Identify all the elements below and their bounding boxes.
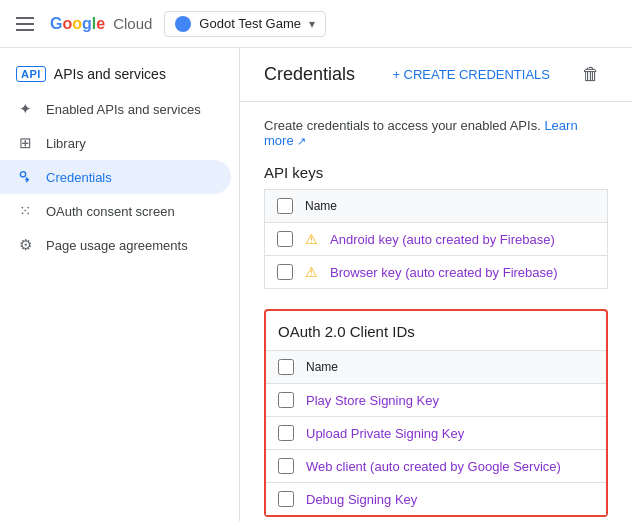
oauth-select-all-checkbox[interactable] — [278, 359, 294, 375]
create-credentials-label: + CREATE CREDENTIALS — [392, 67, 550, 82]
api-keys-table-header: Name — [264, 189, 608, 222]
play-store-signing-key-link[interactable]: Play Store Signing Key — [306, 393, 439, 408]
web-client-checkbox[interactable] — [278, 458, 294, 474]
project-dot-icon — [175, 16, 191, 32]
hamburger-icon[interactable] — [12, 13, 38, 35]
warning-icon: ⚠ — [305, 231, 318, 247]
sidebar-label-credentials: Credentials — [46, 170, 112, 185]
warning-icon: ⚠ — [305, 264, 318, 280]
delete-icon: 🗑 — [582, 64, 600, 84]
table-row: Upload Private Signing Key — [266, 417, 606, 450]
oauth-consent-icon: ⁙ — [16, 202, 34, 220]
delete-button[interactable]: 🗑 — [574, 60, 608, 89]
browser-key-checkbox[interactable] — [277, 264, 293, 280]
sidebar-item-credentials[interactable]: Credentials — [0, 160, 231, 194]
sidebar-label-enabled-apis: Enabled APIs and services — [46, 102, 201, 117]
external-link-icon: ↗ — [297, 135, 306, 147]
table-row: Play Store Signing Key — [266, 384, 606, 417]
api-keys-title: API keys — [264, 164, 608, 181]
oauth-col-name: Name — [306, 360, 338, 374]
api-keys-table: Name ⚠ Android key (auto created by Fire… — [264, 189, 608, 289]
sidebar-label-oauth-consent: OAuth consent screen — [46, 204, 175, 219]
content-body: Create credentials to access your enable… — [240, 102, 632, 521]
web-client-link[interactable]: Web client (auto created by Google Servi… — [306, 459, 561, 474]
sidebar-item-library[interactable]: ⊞ Library — [0, 126, 231, 160]
sidebar-item-oauth-consent[interactable]: ⁙ OAuth consent screen — [0, 194, 231, 228]
sidebar-label-page-usage: Page usage agreements — [46, 238, 188, 253]
sidebar-item-enabled-apis[interactable]: ✦ Enabled APIs and services — [0, 92, 231, 126]
api-keys-col-name: Name — [305, 199, 337, 213]
oauth-section: OAuth 2.0 Client IDs Name Play Store Sig… — [264, 309, 608, 517]
debug-signing-key-checkbox[interactable] — [278, 491, 294, 507]
google-cloud-logo: Google Cloud — [50, 15, 152, 33]
library-icon: ⊞ — [16, 134, 34, 152]
api-keys-select-all-checkbox[interactable] — [277, 198, 293, 214]
api-badge: API — [16, 66, 46, 82]
credentials-icon — [16, 168, 34, 186]
sidebar-item-page-usage[interactable]: ⚙ Page usage agreements — [0, 228, 231, 262]
project-selector[interactable]: Godot Test Game ▾ — [164, 11, 326, 37]
top-bar: Google Cloud Godot Test Game ▾ — [0, 0, 632, 48]
android-key-checkbox[interactable] — [277, 231, 293, 247]
play-store-signing-key-checkbox[interactable] — [278, 392, 294, 408]
sidebar-title: APIs and services — [54, 66, 166, 82]
upload-private-signing-key-checkbox[interactable] — [278, 425, 294, 441]
table-row: Debug Signing Key — [266, 483, 606, 515]
svg-point-0 — [20, 172, 25, 177]
browser-key-link[interactable]: Browser key (auto created by Firebase) — [330, 265, 558, 280]
chevron-down-icon: ▾ — [309, 17, 315, 31]
table-row: ⚠ Android key (auto created by Firebase) — [264, 222, 608, 255]
sidebar: API APIs and services ✦ Enabled APIs and… — [0, 48, 240, 521]
sidebar-header: API APIs and services — [0, 56, 239, 92]
page-usage-icon: ⚙ — [16, 236, 34, 254]
oauth-table-header: Name — [266, 350, 606, 384]
main-layout: API APIs and services ✦ Enabled APIs and… — [0, 48, 632, 521]
project-name: Godot Test Game — [199, 16, 301, 31]
content-area: Credentials + CREATE CREDENTIALS 🗑 Creat… — [240, 48, 632, 521]
debug-signing-key-link[interactable]: Debug Signing Key — [306, 492, 417, 507]
oauth-section-title: OAuth 2.0 Client IDs — [266, 323, 606, 350]
content-header: Credentials + CREATE CREDENTIALS 🗑 — [240, 48, 632, 102]
android-key-link[interactable]: Android key (auto created by Firebase) — [330, 232, 555, 247]
create-credentials-button[interactable]: + CREATE CREDENTIALS — [384, 61, 558, 88]
table-row: ⚠ Browser key (auto created by Firebase) — [264, 255, 608, 289]
upload-private-signing-key-link[interactable]: Upload Private Signing Key — [306, 426, 464, 441]
sidebar-label-library: Library — [46, 136, 86, 151]
info-text: Create credentials to access your enable… — [264, 118, 608, 148]
page-title: Credentials — [264, 64, 368, 85]
table-row: Web client (auto created by Google Servi… — [266, 450, 606, 483]
enabled-apis-icon: ✦ — [16, 100, 34, 118]
